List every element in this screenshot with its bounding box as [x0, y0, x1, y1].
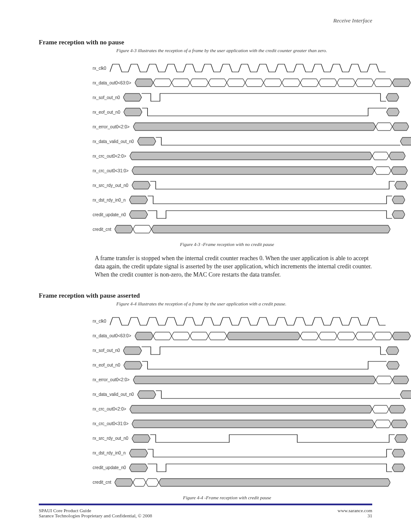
figure-2-label: Figure 4-4 -Frame reception with credit … — [82, 495, 372, 500]
signal-waveform — [110, 317, 386, 326]
figure-1-label: Figure 4-3 -Frame reception with no cred… — [82, 242, 372, 247]
signal-waveform — [137, 390, 411, 399]
signal-waveform — [115, 478, 390, 487]
signal-label: rx_eof_out_n0 — [93, 363, 124, 367]
signal-waveform — [129, 448, 405, 458]
signal-row: rx_crc_out0<2:0> — [93, 149, 372, 163]
signal-row: rx_data_out0<63:0> — [93, 75, 372, 90]
signal-row: rx_error_out0<2:0> — [93, 373, 372, 387]
signal-label: rx_clk0 — [93, 319, 110, 324]
signal-label: rx_sof_out_n0 — [93, 95, 123, 100]
signal-waveform — [133, 122, 409, 131]
signal-row: rx_clk0 — [93, 61, 372, 75]
body-paragraph: A frame transfer is stopped when the int… — [95, 255, 372, 279]
signal-waveform — [124, 361, 399, 370]
signal-waveform — [115, 224, 390, 234]
signal-row: rx_crc_out0<31:0> — [93, 163, 372, 178]
signal-row: rx_data_valid_out_n0 — [93, 387, 372, 402]
signal-row: rx_dst_rdy_in0_n — [93, 446, 372, 460]
signal-waveform — [130, 404, 405, 414]
footer-copyright: Sarance Technologies Proprietary and Con… — [39, 513, 152, 518]
signal-row: rx_src_rdy_out_n0 — [93, 178, 372, 193]
signal-row: rx_error_out0<2:0> — [93, 119, 372, 134]
signal-waveform — [135, 331, 411, 341]
signal-row: rx_crc_out0<2:0> — [93, 402, 372, 417]
footer-left: SPAUI Core Product Guide Sarance Technol… — [39, 508, 152, 518]
signal-row: credit_cnt — [93, 475, 372, 490]
footer-url: www.sarance.com — [337, 508, 372, 513]
signal-label: rx_src_rdy_out_n0 — [93, 436, 132, 441]
signal-label: rx_dst_rdy_in0_n — [93, 451, 129, 455]
signal-label: rx_crc_out0<2:0> — [93, 407, 130, 411]
signal-label: rx_crc_out0<31:0> — [93, 168, 132, 173]
signal-label: rx_crc_out0<2:0> — [93, 154, 130, 159]
signal-row: credit_update_n0 — [93, 207, 372, 222]
figure-1-diagram: rx_clk0rx_data_out0<63:0>rx_sof_out_n0rx… — [93, 61, 372, 236]
signal-row: rx_sof_out_n0 — [93, 343, 372, 358]
signal-row: rx_eof_out_n0 — [93, 358, 372, 373]
signal-waveform — [130, 151, 405, 161]
signal-label: rx_sof_out_n0 — [93, 348, 123, 353]
signal-row: credit_update_n0 — [93, 460, 372, 475]
signal-waveform — [137, 137, 411, 146]
signal-label: credit_update_n0 — [93, 212, 129, 217]
figure-2-caption: Figure 4-4 illustrates the reception of … — [116, 301, 372, 306]
signal-waveform — [129, 463, 405, 473]
footer-page-number: 31 — [337, 513, 372, 518]
signal-label: rx_error_out0<2:0> — [93, 124, 133, 129]
section-1-title: Frame reception with no pause — [39, 39, 372, 46]
signal-row: rx_sof_out_n0 — [93, 90, 372, 105]
signal-label: rx_data_valid_out_n0 — [93, 392, 137, 397]
signal-waveform — [123, 93, 399, 102]
footer-right: www.sarance.com 31 — [337, 508, 372, 518]
signal-waveform — [132, 180, 408, 190]
signal-row: rx_dst_rdy_in0_n — [93, 193, 372, 207]
signal-label: credit_cnt — [93, 480, 115, 485]
page-footer: SPAUI Core Product Guide Sarance Technol… — [39, 504, 372, 518]
signal-waveform — [124, 107, 399, 117]
signal-row: rx_eof_out_n0 — [93, 105, 372, 119]
signal-waveform — [129, 210, 405, 219]
signal-waveform — [135, 78, 411, 87]
footer-doc-title: SPAUI Core Product Guide — [39, 508, 152, 513]
signal-waveform — [132, 434, 408, 443]
running-header: Receive Interface — [333, 17, 372, 24]
signal-label: rx_error_out0<2:0> — [93, 377, 133, 382]
signal-waveform — [133, 375, 409, 385]
signal-row: rx_src_rdy_out_n0 — [93, 431, 372, 446]
signal-waveform — [129, 195, 405, 205]
signal-waveform — [123, 346, 399, 355]
signal-label: rx_clk0 — [93, 66, 110, 71]
signal-label: rx_data_valid_out_n0 — [93, 139, 137, 144]
signal-label: rx_data_out0<63:0> — [93, 333, 135, 338]
signal-row: credit_cnt — [93, 222, 372, 236]
figure-1-caption: Figure 4-3 illustrates the reception of … — [116, 48, 372, 53]
signal-row: rx_data_valid_out_n0 — [93, 134, 372, 149]
signal-waveform — [132, 166, 408, 175]
signal-waveform — [110, 63, 386, 73]
signal-waveform — [132, 419, 408, 429]
signal-label: rx_src_rdy_out_n0 — [93, 183, 132, 188]
signal-row: rx_crc_out0<31:0> — [93, 417, 372, 431]
signal-row: rx_clk0 — [93, 314, 372, 329]
section-2-title: Frame reception with pause asserted — [39, 292, 372, 299]
signal-label: rx_dst_rdy_in0_n — [93, 198, 129, 202]
signal-label: rx_crc_out0<31:0> — [93, 421, 132, 426]
signal-label: credit_update_n0 — [93, 465, 129, 470]
signal-label: rx_data_out0<63:0> — [93, 81, 135, 85]
document-page: Receive Interface Frame reception with n… — [0, 0, 411, 532]
signal-label: rx_eof_out_n0 — [93, 110, 124, 115]
signal-row: rx_data_out0<63:0> — [93, 329, 372, 343]
signal-label: credit_cnt — [93, 227, 115, 232]
figure-2-diagram: rx_clk0rx_data_out0<63:0>rx_sof_out_n0rx… — [93, 314, 372, 490]
